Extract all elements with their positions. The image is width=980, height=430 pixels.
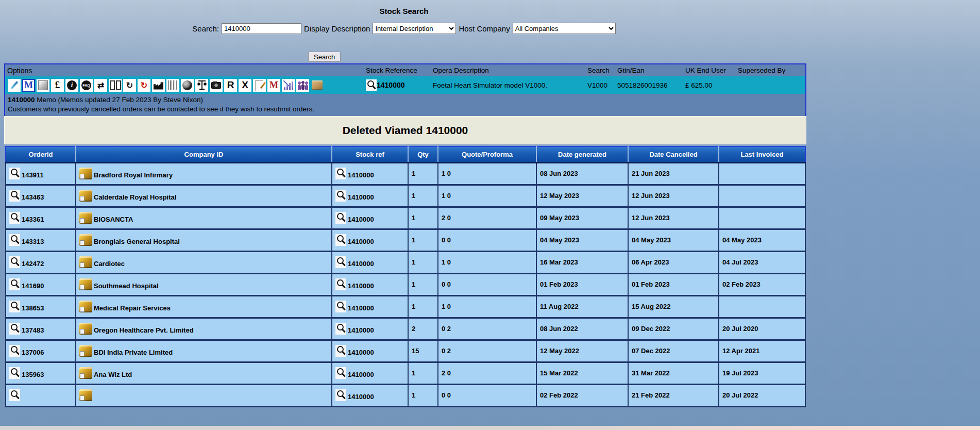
- date-generated-value: 09 May 2023: [536, 207, 628, 229]
- order-magnifier-icon[interactable]: [9, 256, 20, 268]
- company-name: Bradford Royal Infirmary: [94, 171, 173, 179]
- stock-ref-magnifier-icon[interactable]: [335, 190, 346, 202]
- order-magnifier-icon[interactable]: [9, 323, 20, 335]
- quote-proforma-value: 0 0: [438, 229, 536, 251]
- order-magnifier-icon[interactable]: [9, 345, 20, 357]
- orders-table: OrderidCompany IDStock refQtyQuote/Profo…: [5, 146, 806, 407]
- company-name: BDI India Private Limited: [94, 349, 173, 357]
- date-cancelled-value: 01 Feb 2023: [628, 273, 719, 295]
- letter-x-icon[interactable]: X: [239, 79, 251, 92]
- stock-ref-magnifier-icon[interactable]: [335, 168, 346, 179]
- table-row: 141690Southmead Hospital141000010 001 Fe…: [6, 273, 805, 295]
- scales-icon[interactable]: [195, 79, 208, 92]
- column-header: Last Invoiced: [719, 146, 805, 162]
- search-input[interactable]: [222, 23, 301, 34]
- edit-pen-icon[interactable]: [8, 79, 21, 92]
- company-icon[interactable]: [79, 212, 92, 224]
- quote-proforma-value: 2 0: [438, 362, 536, 384]
- stock-magnifier-icon[interactable]: [366, 79, 377, 91]
- stock-ref-magnifier-icon[interactable]: [335, 301, 346, 312]
- price-pound-icon[interactable]: £: [51, 79, 64, 92]
- company-icon[interactable]: [79, 323, 92, 335]
- company-name: Calderdale Royal Hospital: [94, 193, 176, 202]
- company-icon[interactable]: [79, 234, 92, 246]
- memo-stock-code: 1410000: [8, 96, 35, 104]
- stock-ref-value: 1410000: [348, 260, 374, 268]
- stock-ref-magnifier-icon[interactable]: [335, 389, 346, 401]
- company-icon[interactable]: [79, 278, 92, 290]
- order-magnifier-icon[interactable]: [9, 190, 20, 202]
- stock-ref-magnifier-icon[interactable]: [335, 256, 346, 268]
- memo-m-icon[interactable]: M: [22, 79, 35, 92]
- search-column-header: Search: [587, 67, 617, 74]
- stock-ref-magnifier-icon[interactable]: [335, 323, 346, 335]
- refresh-icon[interactable]: ↻: [123, 79, 136, 92]
- search-button[interactable]: Search: [308, 52, 341, 62]
- date-generated-value: 12 May 2023: [536, 185, 628, 207]
- date-cancelled-value: 06 Apr 2023: [628, 251, 719, 273]
- stock-ref-magnifier-icon[interactable]: [335, 367, 346, 379]
- column-header: Stock ref: [332, 146, 408, 162]
- qty-value: 1: [408, 162, 438, 185]
- order-magnifier-icon[interactable]: [9, 367, 20, 379]
- memo-heading: 1410000 Memo (Memos updated 27 Feb 2023 …: [8, 95, 803, 105]
- users-icon[interactable]: [296, 79, 309, 92]
- memo-body-text: Customers who previously cancelled order…: [8, 105, 803, 114]
- company-icon[interactable]: [79, 345, 92, 357]
- order-magnifier-icon[interactable]: [9, 278, 20, 290]
- orderid-value: 143361: [22, 216, 44, 224]
- host-company-select[interactable]: All Companies: [513, 23, 616, 34]
- page-content: Stock Search Search: Display Description…: [0, 0, 808, 430]
- company-icon[interactable]: [79, 190, 92, 202]
- cross-reference-icon[interactable]: ⇄: [94, 79, 107, 92]
- faq-icon[interactable]: FAQ: [80, 79, 93, 92]
- company-name: Oregon Healthcare Pvt. Limited: [94, 326, 194, 335]
- company-name: Southmead Hospital: [94, 282, 159, 290]
- company-name: Bronglais General Hospital: [94, 238, 180, 246]
- stock-ref-magnifier-icon[interactable]: [335, 278, 346, 290]
- company-icon[interactable]: [79, 389, 92, 401]
- last-invoiced-value: [719, 295, 805, 318]
- camera-icon[interactable]: [210, 79, 223, 92]
- company-icon[interactable]: [79, 301, 92, 312]
- superseded-by-header: Superseded By: [738, 67, 805, 74]
- quote-proforma-value: 0 2: [438, 340, 536, 362]
- company-icon[interactable]: [79, 256, 92, 268]
- table-row: 137483Oregon Healthcare Pvt. Limited1410…: [6, 318, 805, 340]
- stock-ref-value: 1410000: [348, 393, 374, 401]
- letter-r-icon[interactable]: R: [224, 79, 237, 92]
- last-invoiced-value: [719, 207, 805, 229]
- company-icon[interactable]: [79, 168, 92, 179]
- orders-table-body: 143911Bradford Royal Infirmary141000011 …: [6, 162, 805, 406]
- display-description-select[interactable]: Internal Description: [373, 23, 456, 34]
- order-magnifier-icon[interactable]: [9, 212, 20, 224]
- date-generated-value: 12 May 2022: [536, 340, 628, 362]
- table-row: 142472Cardiotec141000011 016 Mar 202306 …: [6, 251, 805, 273]
- barcode-icon[interactable]: [166, 79, 179, 92]
- table-row: 143463Calderdale Royal Hospital141000011…: [6, 185, 805, 207]
- package-box-icon[interactable]: [37, 79, 49, 92]
- table-row: 135963Ana Wiz Ltd141000012 015 Mar 20223…: [6, 362, 805, 384]
- statistics-icon[interactable]: [282, 79, 295, 92]
- stock-ref-magnifier-icon[interactable]: [335, 345, 346, 357]
- manufacturer-icon[interactable]: [152, 79, 165, 92]
- stock-ref-magnifier-icon[interactable]: [335, 234, 346, 246]
- date-cancelled-value: 31 Mar 2022: [628, 362, 719, 384]
- stock-box-icon[interactable]: [311, 79, 324, 92]
- company-icon[interactable]: [79, 367, 92, 379]
- orderid-value: 137483: [22, 326, 44, 335]
- memo-heading-text: Memo (Memos updated 27 Feb 2023 By Steve…: [35, 96, 203, 104]
- column-header: Orderid: [6, 146, 76, 162]
- order-magnifier-icon[interactable]: [9, 168, 20, 179]
- related-items-icon[interactable]: [109, 79, 122, 92]
- memo-m-red-icon[interactable]: M: [267, 79, 280, 92]
- stock-ref-magnifier-icon[interactable]: [335, 212, 346, 224]
- order-magnifier-icon[interactable]: [9, 301, 20, 312]
- order-magnifier-icon[interactable]: [9, 234, 20, 246]
- refresh-red-icon[interactable]: ↻: [138, 79, 150, 92]
- column-header: Date Cancelled: [628, 146, 719, 162]
- notes-icon[interactable]: [253, 79, 266, 92]
- info-icon[interactable]: i: [65, 79, 78, 92]
- lens-icon[interactable]: [181, 79, 194, 92]
- order-magnifier-icon[interactable]: [9, 389, 20, 401]
